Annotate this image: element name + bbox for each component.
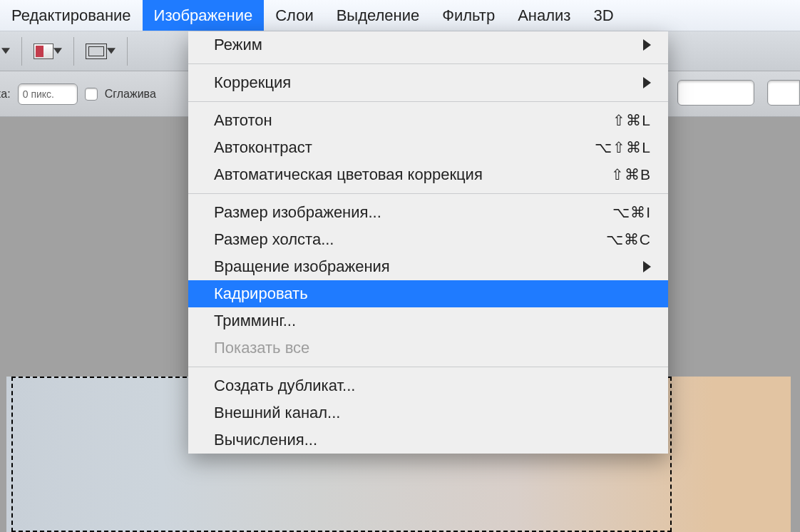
menu-3d[interactable]: 3D [582, 0, 625, 31]
menu-filter[interactable]: Фильтр [431, 0, 506, 31]
menu-item-mode[interactable]: Режим [188, 31, 668, 58]
screen-mode-picker[interactable] [34, 44, 62, 59]
menu-item-image-rotation[interactable]: Вращение изображения [188, 253, 668, 280]
menu-separator [188, 101, 668, 102]
menu-item-crop[interactable]: Кадрировать [188, 280, 668, 307]
menu-label: Слои [275, 6, 314, 25]
separator [127, 37, 128, 66]
menu-item-autocontrast[interactable]: Автоконтраст ⌥⇧⌘L [188, 134, 668, 161]
menu-item-label: Режим [214, 36, 643, 54]
menu-label: Изображение [154, 6, 253, 25]
menu-layers[interactable]: Слои [264, 0, 325, 31]
menu-select[interactable]: Выделение [325, 0, 431, 31]
antialias-label: Сглажива [105, 88, 156, 101]
submenu-arrow-icon [643, 261, 651, 272]
menu-item-label: Вращение изображения [214, 257, 643, 276]
menu-item-label: Вычисления... [214, 431, 651, 449]
menu-item-canvas-size[interactable]: Размер холста... ⌥⌘C [188, 226, 668, 253]
image-menu-dropdown: Режим Коррекция Автотон ⇧⌘L Автоконтраст… [188, 31, 668, 454]
menu-item-label: Кадрировать [214, 285, 651, 303]
numeric-field[interactable] [767, 80, 800, 106]
menu-item-label: Создать дубликат... [214, 377, 651, 395]
menu-edit[interactable]: Редактирование [0, 0, 143, 31]
menu-item-label: Внешний канал... [214, 404, 651, 422]
caret-down-icon [53, 45, 62, 58]
menu-item-trim[interactable]: Тримминг... [188, 307, 668, 334]
antialias-checkbox[interactable] [85, 88, 98, 101]
submenu-arrow-icon [643, 39, 651, 51]
caret-down-icon [1, 45, 10, 58]
menu-item-reveal-all: Показать все [188, 334, 668, 362]
menu-shortcut: ⌥⌘I [612, 204, 651, 221]
menu-item-label: Размер холста... [214, 230, 606, 249]
menu-item-autotone[interactable]: Автотон ⇧⌘L [188, 107, 668, 134]
feather-input[interactable]: 0 пикс. [18, 83, 78, 105]
doc-bounds-picker[interactable] [86, 44, 116, 59]
zoom-picker[interactable]: 50% [0, 45, 10, 58]
menu-item-duplicate[interactable]: Создать дубликат... [188, 372, 668, 399]
menu-shortcut: ⇧⌘B [611, 166, 651, 183]
menu-label: Выделение [337, 6, 420, 25]
menu-shortcut: ⌥⇧⌘L [595, 139, 651, 156]
menu-label: Редактирование [11, 6, 131, 25]
menu-item-label: Автотон [214, 111, 612, 130]
menu-analysis[interactable]: Анализ [506, 0, 582, 31]
menu-image[interactable]: Изображение [143, 0, 265, 31]
menu-item-label: Коррекция [214, 73, 643, 92]
submenu-arrow-icon [643, 77, 651, 88]
menu-item-calculations[interactable]: Вычисления... [188, 426, 668, 454]
menu-shortcut: ⇧⌘L [612, 112, 651, 129]
menu-item-label: Размер изображения... [214, 203, 612, 222]
menu-item-apply-image[interactable]: Внешний канал... [188, 399, 668, 426]
menu-item-label: Тримминг... [214, 312, 651, 330]
menu-item-label: Автоматическая цветовая коррекция [214, 165, 611, 184]
menu-label: Фильтр [442, 6, 495, 25]
feather-label: ка: [0, 88, 11, 101]
menu-item-adjustments[interactable]: Коррекция [188, 69, 668, 96]
feather-value: 0 пикс. [23, 88, 54, 100]
numeric-field[interactable] [677, 80, 754, 106]
svg-marker-1 [53, 48, 62, 53]
menu-separator [188, 193, 668, 194]
svg-marker-0 [1, 48, 10, 53]
menu-item-label: Показать все [214, 339, 651, 357]
menu-label: 3D [593, 6, 613, 25]
menu-separator [188, 367, 668, 367]
menu-item-label: Автоконтраст [214, 138, 595, 157]
separator [73, 37, 74, 66]
menu-separator [188, 63, 668, 64]
menu-item-image-size[interactable]: Размер изображения... ⌥⌘I [188, 199, 668, 226]
menu-label: Анализ [518, 6, 570, 25]
menubar: Редактирование Изображение Слои Выделени… [0, 0, 800, 31]
svg-marker-2 [107, 48, 116, 53]
menu-shortcut: ⌥⌘C [606, 231, 651, 248]
caret-down-icon [107, 45, 116, 58]
menu-item-autocolor[interactable]: Автоматическая цветовая коррекция ⇧⌘B [188, 161, 668, 188]
separator [21, 37, 22, 66]
